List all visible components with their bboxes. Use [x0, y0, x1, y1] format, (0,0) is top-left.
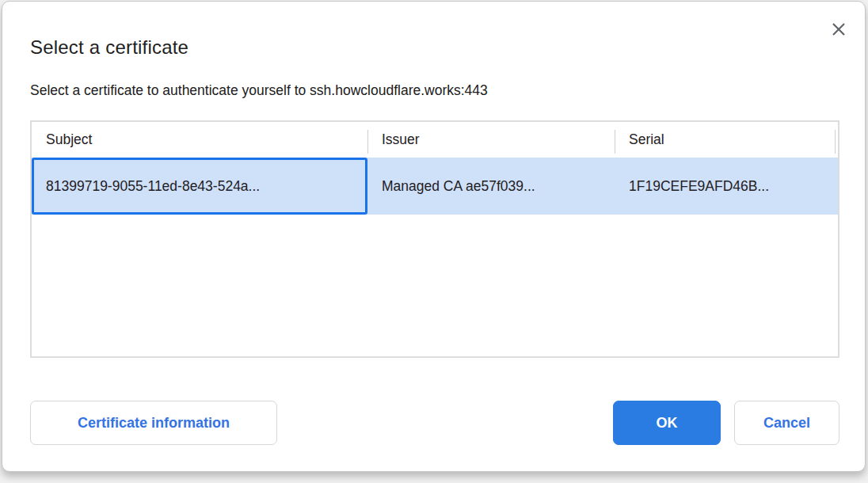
dialog-title: Select a certificate	[30, 36, 188, 59]
certificate-information-button[interactable]: Certificate information	[30, 401, 277, 445]
dialog-subtitle: Select a certificate to authenticate you…	[30, 82, 488, 99]
column-header-issuer: Issuer	[367, 131, 615, 148]
certificate-table: Subject Issuer Serial 81399719-9055-11ed…	[30, 120, 839, 358]
column-separator	[835, 130, 836, 154]
column-header-serial: Serial	[615, 131, 835, 148]
cancel-button[interactable]: Cancel	[734, 401, 839, 445]
ok-button[interactable]: OK	[613, 401, 721, 445]
table-header-row: Subject Issuer Serial	[32, 122, 838, 158]
column-separator	[615, 130, 615, 154]
column-separator	[367, 130, 368, 154]
close-x-glyph	[831, 21, 847, 37]
cell-subject[interactable]: 81399719-9055-11ed-8e43-524a...	[32, 158, 367, 215]
cell-serial[interactable]: 1F19CEFE9AFD46B...	[615, 158, 835, 215]
certificate-row-selected[interactable]: 81399719-9055-11ed-8e43-524a... Managed …	[32, 158, 838, 215]
cell-issuer[interactable]: Managed CA ae57f039...	[367, 158, 615, 215]
column-header-subject: Subject	[32, 131, 367, 148]
close-icon[interactable]	[824, 15, 853, 44]
certificate-select-dialog: Select a certificate Select a certificat…	[2, 1, 866, 472]
